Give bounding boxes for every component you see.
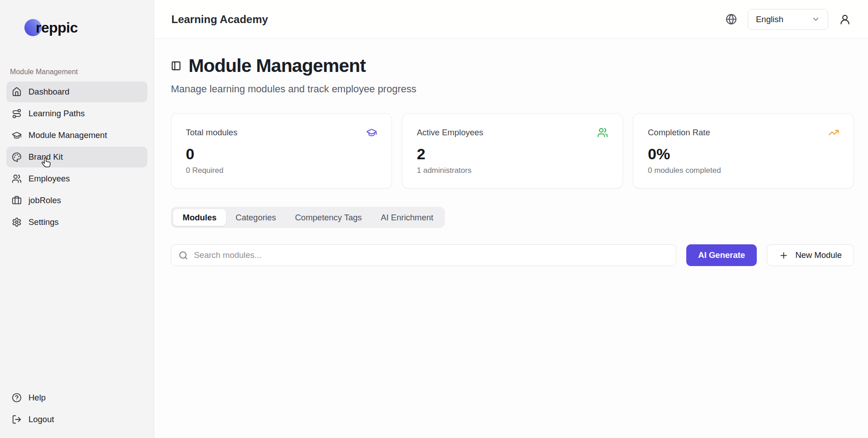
page-content: Module Management Manage learning module… [154,39,868,438]
graduation-cap-icon [366,127,377,138]
users-icon [12,174,22,184]
stat-label: Completion Rate [648,128,710,138]
sidebar-item-label: Employees [28,174,70,184]
brand-logo[interactable]: reppic [24,19,154,36]
header-actions: English [726,9,851,30]
sidebar-nav: Dashboard Learning Paths Module Manageme… [0,81,154,233]
plus-icon [779,251,788,260]
brand-name: reppic [36,19,78,36]
page-title: Module Management [189,55,366,76]
tab-categories[interactable]: Categories [226,209,285,226]
stat-cards: Total modules 0 0 Required Active Employ… [171,113,854,189]
sidebar-item-label: Learning Paths [28,109,85,119]
trending-up-icon [828,127,839,138]
stat-card-active-employees: Active Employees 2 1 administrators [402,113,623,189]
sidebar: reppic Module Management Dashboard Learn… [0,0,154,438]
help-circle-icon [12,393,22,403]
chevron-down-icon [811,15,820,24]
sidebar-item-label: Module Management [28,130,107,140]
ai-generate-button[interactable]: AI Generate [686,244,757,266]
stat-sub: 0 modules completed [648,166,839,175]
sidebar-item-logout[interactable]: Logout [6,409,147,430]
language-select-value: English [756,14,783,24]
sidebar-item-module-management[interactable]: Module Management [6,125,147,146]
page-title-row: Module Management [171,55,854,76]
stat-sub: 0 Required [186,166,377,175]
search-icon [179,251,188,260]
stat-value: 0 [186,145,377,163]
tab-ai-enrichment[interactable]: AI Enrichment [371,209,443,226]
sidebar-item-learning-paths[interactable]: Learning Paths [6,103,147,124]
briefcase-icon [12,195,22,205]
search-box[interactable] [171,244,676,266]
search-input[interactable] [194,250,669,260]
tab-competency-tags[interactable]: Competency Tags [286,209,372,226]
sidebar-item-label: jobRoles [28,195,61,205]
stat-card-total-modules: Total modules 0 0 Required [171,113,392,189]
tab-bar: Modules Categories Competency Tags AI En… [171,207,445,228]
stat-label: Total modules [186,128,237,138]
tab-modules[interactable]: Modules [173,209,226,226]
stat-value: 2 [417,145,608,163]
sidebar-item-label: Settings [28,217,59,227]
main-area: Learning Academy English Module Manageme… [154,0,868,438]
new-module-button[interactable]: New Module [767,244,854,266]
module-toolbar: AI Generate New Module [171,244,854,266]
language-select[interactable]: English [748,9,828,30]
panel-left-icon[interactable] [171,61,181,71]
sidebar-item-help[interactable]: Help [6,387,147,408]
home-icon [12,87,22,97]
sidebar-item-jobroles[interactable]: jobRoles [6,190,147,211]
sidebar-item-label: Dashboard [28,87,70,97]
sidebar-item-label: Logout [28,414,54,424]
sidebar-item-brand-kit[interactable]: Brand Kit [6,147,147,167]
gear-icon [12,217,22,227]
sidebar-item-label: Help [28,393,46,403]
stat-card-completion-rate: Completion Rate 0% 0 modules completed [633,113,854,189]
globe-icon[interactable] [726,14,737,25]
stat-value: 0% [648,145,839,163]
sidebar-item-employees[interactable]: Employees [6,168,147,189]
sidebar-footer: Help Logout [0,387,154,431]
palette-icon [12,152,22,162]
sidebar-item-label: Brand Kit [28,152,63,162]
route-icon [12,109,22,119]
stat-label: Active Employees [417,128,483,138]
new-module-button-label: New Module [795,250,842,260]
app-title: Learning Academy [171,13,268,26]
page-subtitle: Manage learning modules and track employ… [171,83,854,95]
stat-sub: 1 administrators [417,166,608,175]
logout-icon [12,414,22,424]
user-icon[interactable] [839,14,851,25]
sidebar-section-label: Module Management [10,68,154,76]
sidebar-item-settings[interactable]: Settings [6,212,147,233]
top-header: Learning Academy English [154,0,868,39]
graduation-cap-icon [12,130,22,140]
sidebar-item-dashboard[interactable]: Dashboard [6,81,147,102]
users-icon [597,127,608,138]
